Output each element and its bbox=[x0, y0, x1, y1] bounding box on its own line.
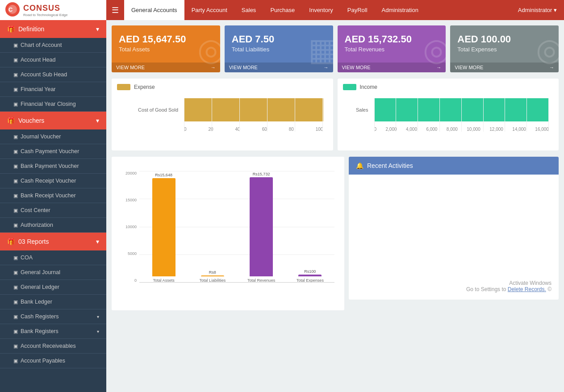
expense-grid bbox=[184, 98, 323, 132]
nav-item-administration[interactable]: Administration bbox=[375, 0, 426, 20]
sidebar-item-chart-of-account[interactable]: ▣Chart of Account bbox=[0, 38, 106, 53]
sidebar-item-account-payables[interactable]: ▣Account Payables bbox=[0, 354, 106, 368]
stat-value-expenses: AED 100.00 bbox=[457, 33, 551, 45]
username: Administrator bbox=[518, 7, 552, 13]
recent-activities-body: Activate Windows Go to Settings to Delet… bbox=[349, 175, 559, 300]
stat-card-liabilities: ▦ AED 7.50 Total Liabilities VIEW MORE → bbox=[225, 25, 333, 72]
nav-item-inventory[interactable]: Inventory bbox=[302, 0, 340, 20]
sidebar-section-definition: 🎁Definition ▾ ▣Chart of Account ▣Account… bbox=[0, 20, 106, 112]
sidebar-item-cash-registers[interactable]: ▣Cash Registers▾ bbox=[0, 309, 106, 324]
sidebar-items-definition: ▣Chart of Account ▣Account Head ▣Account… bbox=[0, 38, 106, 112]
sidebar-item-bank-receipt-voucher[interactable]: ▣Bank Receipt Voucher bbox=[0, 188, 106, 203]
sidebar-item-general-ledger[interactable]: ▣General Ledger bbox=[0, 280, 106, 295]
stat-label-liabilities: Total Liabilities bbox=[232, 46, 326, 53]
sidebar-item-authorization[interactable]: ▣Authorization bbox=[0, 218, 106, 233]
hamburger-icon[interactable]: ☰ bbox=[112, 5, 119, 15]
recent-activities-header: 🔔 Recent Activities bbox=[349, 157, 559, 175]
sidebar-item-account-receiveables[interactable]: ▣Account Receiveables bbox=[0, 339, 106, 354]
bottom-row: 0 5000 10000 15000 20000 bbox=[112, 157, 559, 310]
bar-total-expenses bbox=[298, 275, 322, 276]
sidebar-header-vouchers[interactable]: 🎁Vouchers ▾ bbox=[0, 112, 106, 129]
x-axis-line bbox=[139, 282, 334, 283]
activate-msg: Activate Windows bbox=[466, 280, 551, 286]
sidebar-item-cost-center[interactable]: ▣Cost Center bbox=[0, 203, 106, 218]
nav-item-general-accounts[interactable]: General Accounts bbox=[124, 0, 184, 20]
stat-card-revenues: ◎ AED 15,732.50 Total Revenues VIEW MORE… bbox=[338, 25, 446, 72]
sidebar-items-reports: ▣COA ▣General Journal ▣General Ledger ▣B… bbox=[0, 250, 106, 368]
bar-group-liabilities: Rs8 Total Liabilities bbox=[197, 270, 228, 283]
sidebar-item-journal-voucher[interactable]: ▣Journal Voucher bbox=[0, 129, 106, 144]
nav-item-payroll[interactable]: PayRoll bbox=[340, 0, 375, 20]
sidebar: 🎁Definition ▾ ▣Chart of Account ▣Account… bbox=[0, 20, 106, 392]
sidebar-item-general-journal[interactable]: ▣General Journal bbox=[0, 265, 106, 280]
income-chart-title: Income bbox=[343, 84, 554, 90]
y-axis-labels: 0 5000 10000 15000 20000 bbox=[117, 171, 138, 283]
stat-cards: ◎ AED 15,647.50 Total Assets VIEW MORE →… bbox=[112, 25, 559, 72]
sidebar-header-definition[interactable]: 🎁Definition ▾ bbox=[0, 20, 106, 38]
nav-item-sales[interactable]: Sales bbox=[234, 0, 263, 20]
sidebar-item-financial-year-closing[interactable]: ▣Financial Year Closing bbox=[0, 97, 106, 112]
sidebar-item-cash-receipt-voucher[interactable]: ▣Cash Receipt Voucher bbox=[0, 174, 106, 188]
bar-value-liabilities: Rs8 bbox=[209, 270, 216, 275]
summary-chart-area: 0 5000 10000 15000 20000 bbox=[117, 162, 339, 305]
bar-value-revenues: Rs15,732 bbox=[253, 172, 270, 176]
sidebar-item-bank-ledger[interactable]: ▣Bank Ledger bbox=[0, 295, 106, 309]
sidebar-item-account-sub-head[interactable]: ▣Account Sub Head bbox=[0, 67, 106, 82]
income-chart-box: Income Sa bbox=[338, 79, 559, 150]
sidebar-item-coa[interactable]: ▣COA bbox=[0, 250, 106, 265]
chevron-icon-reports: ▾ bbox=[96, 238, 99, 245]
bar-value-assets: Rs15,648 bbox=[155, 173, 172, 177]
delete-records-link[interactable]: Delete Records. bbox=[508, 286, 546, 292]
sidebar-header-reports[interactable]: 🎁03 Reports ▾ bbox=[0, 233, 106, 250]
logo-name: CONSUS bbox=[23, 4, 67, 13]
stat-label-expenses: Total Expenses bbox=[457, 46, 551, 53]
svg-text:C: C bbox=[8, 6, 13, 13]
top-nav: General Accounts Party Account Sales Pur… bbox=[124, 0, 511, 20]
bell-icon: 🔔 bbox=[356, 162, 363, 169]
chevron-icon-definition: ▾ bbox=[96, 25, 99, 33]
logo-tagline: Road to Technological Edge bbox=[23, 13, 67, 17]
stat-value-liabilities: AED 7.50 bbox=[232, 33, 326, 45]
expense-chart-area: Cost of Good Sold 020406080100 bbox=[117, 94, 328, 145]
nav-item-party-account[interactable]: Party Account bbox=[184, 0, 234, 20]
stat-label-assets: Total Assets bbox=[119, 46, 213, 53]
sidebar-item-cash-payment-voucher[interactable]: ▣Cash Payment Voucher bbox=[0, 144, 106, 159]
stat-value-revenues: AED 15,732.50 bbox=[345, 33, 439, 45]
nav-item-purchase[interactable]: Purchase bbox=[263, 0, 302, 20]
bar-group-total-expenses: Rs100 Total Expenses bbox=[294, 269, 326, 283]
main-content: ◎ AED 15,647.50 Total Assets VIEW MORE →… bbox=[106, 20, 564, 392]
summary-bars: Rs15,648 Total Assets Rs8 Total Liabilit… bbox=[139, 171, 334, 283]
expense-bar-label: Cost of Good Sold bbox=[117, 107, 182, 113]
user-menu[interactable]: Administrator ▾ bbox=[511, 7, 564, 13]
sidebar-item-financial-year[interactable]: ▣Financial Year bbox=[0, 82, 106, 97]
bar-revenues bbox=[250, 177, 273, 276]
income-chart-area: Sales 02,0004,0006,0008,00010,00012,0001… bbox=[343, 94, 554, 145]
activate-windows-notice: Activate Windows Go to Settings to Delet… bbox=[466, 280, 551, 292]
stat-card-expenses: ◎ AED 100.00 Total Expenses VIEW MORE → bbox=[450, 25, 559, 72]
gift-icon-3: 🎁 bbox=[7, 238, 15, 245]
expense-legend-color bbox=[117, 84, 130, 90]
sidebar-section-vouchers: 🎁Vouchers ▾ ▣Journal Voucher ▣Cash Payme… bbox=[0, 112, 106, 233]
sidebar-item-bank-payment-voucher[interactable]: ▣Bank Payment Voucher bbox=[0, 159, 106, 174]
stat-value-assets: AED 15,647.50 bbox=[119, 33, 213, 45]
income-grid bbox=[374, 98, 549, 132]
settings-icon: © bbox=[547, 286, 551, 292]
bar-group-revenues: Rs15,732 Total Revenues bbox=[246, 172, 277, 283]
expense-legend-label: Expense bbox=[134, 84, 155, 90]
chevron-icon-vouchers: ▾ bbox=[96, 117, 99, 124]
bar-group-assets: Rs15,648 Total Assets bbox=[148, 173, 180, 283]
stat-card-assets: ◎ AED 15,647.50 Total Assets VIEW MORE → bbox=[112, 25, 220, 72]
sidebar-item-account-head[interactable]: ▣Account Head bbox=[0, 53, 106, 67]
gift-icon: 🎁 bbox=[7, 25, 15, 33]
bar-liabilities bbox=[201, 275, 224, 276]
sidebar-item-bank-registers[interactable]: ▣Bank Registers▾ bbox=[0, 324, 106, 339]
income-legend-label: Income bbox=[360, 84, 377, 90]
sidebar-items-vouchers: ▣Journal Voucher ▣Cash Payment Voucher ▣… bbox=[0, 129, 106, 233]
income-bar-label: Sales bbox=[343, 107, 372, 113]
bar-assets bbox=[152, 178, 175, 276]
activate-sub: Go to Settings to Delete Records. © bbox=[466, 286, 551, 292]
gift-icon-2: 🎁 bbox=[7, 117, 15, 124]
recent-activities-box: 🔔 Recent Activities Activate Windows Go … bbox=[349, 157, 559, 300]
summary-chart-box: 0 5000 10000 15000 20000 bbox=[112, 157, 344, 310]
expense-chart-box: Expense Cost of Good Sold bbox=[112, 79, 333, 150]
